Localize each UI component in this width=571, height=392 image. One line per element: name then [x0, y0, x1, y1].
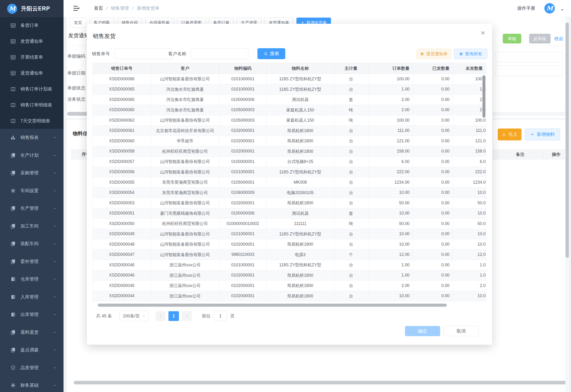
next-page-button[interactable] [182, 311, 192, 321]
order-no-input[interactable] [114, 48, 172, 59]
sidebar-item-7天交货明细表[interactable]: 7天交货明细表 [0, 113, 63, 129]
table-row[interactable]: XSDD000055东莞市星瀚商贸有限公司0105000001MK008台123… [93, 177, 486, 188]
sidebar-item-退货通知单[interactable]: 退货通知单 [0, 65, 63, 81]
page-vscrollbar-thumb[interactable] [566, 23, 569, 258]
sidebar-item-盘点调拨[interactable]: 盘点调拨 [0, 341, 63, 359]
breadcrumb-home[interactable]: 首页 [94, 5, 103, 11]
table-row[interactable]: XSDD000054东莞市星瀚商贸有限公司0106000009电脑2026010… [93, 188, 486, 198]
total-count: 共 45 条 [96, 313, 112, 319]
table-cell: 0100000001 [219, 156, 267, 167]
docs-icon [10, 223, 16, 229]
caret-down-icon[interactable] [560, 8, 564, 12]
goto-page-input[interactable] [214, 311, 227, 321]
table-row[interactable]: XSDD000061北京都市花语科技开发有限公司0102000001简易机柜18… [93, 126, 486, 136]
sidebar-item-生产计划[interactable]: 生产计划 [0, 147, 63, 164]
table-cell: 0.00 [413, 74, 453, 84]
sidebar-item-入库管理[interactable]: 入库管理 [0, 288, 63, 306]
table-cell: 9980110003 [219, 250, 267, 260]
sidebar-item-委外管理[interactable]: 委外管理 [0, 253, 63, 271]
table-row[interactable]: XSDD000044浙江温州xxx公司0102000001简易机柜1800台10… [93, 291, 486, 301]
search-button[interactable]: 搜索 [257, 48, 285, 59]
table-cell: 台 [334, 177, 368, 187]
table-cell: 台 [334, 74, 368, 84]
table-row[interactable]: XSDD000046浙江温州xxx公司0101000001118S ZY型纸杯机… [93, 260, 486, 270]
table-row[interactable]: XSDD000046浙江温州xxx公司0102000001简易机柜1800台1.… [93, 270, 486, 281]
table-row[interactable]: XSDD000045浙江温州xxx公司0102000001简易机柜1800台2.… [93, 280, 486, 291]
sidebar-item-销售报表[interactable]: 销售报表 [0, 129, 63, 147]
table-cell: XSDD000065 [93, 105, 151, 115]
table-cell: 北京都市花语科技开发有限公司 [151, 126, 219, 136]
chevron-down-icon [53, 171, 57, 175]
add-material-button[interactable]: 新增物料 [525, 128, 560, 140]
sidebar-item-品质管理[interactable]: 品质管理 [0, 359, 63, 377]
sidebar-item-出库管理[interactable]: 出库管理 [0, 306, 63, 323]
sidebar-item-发货通知单[interactable]: 发货通知单 [0, 33, 63, 49]
table-row[interactable]: XSDD000066山河智能装备股份有限公司0101000001118S ZY型… [93, 74, 486, 84]
avatar[interactable]: M [544, 3, 555, 14]
collapse-sidebar-icon[interactable] [73, 5, 80, 12]
sidebar-item-采购管理[interactable]: 采购管理 [0, 164, 63, 182]
table-hscrollbar-thumb[interactable] [98, 304, 447, 307]
sidebar-item-仓库管理[interactable]: 仓库管理 [0, 270, 63, 288]
page-hscrollbar-thumb[interactable] [74, 381, 569, 384]
import-button[interactable]: 引入 [498, 128, 522, 140]
table-cell: XSDD000044 [93, 291, 151, 301]
table-cell: 10.00 [368, 229, 413, 239]
table-row[interactable]: XSDD000057山河智能装备股份有限公司0100000001台式电脑8+25… [93, 156, 486, 167]
sidebar-item-开票结算单[interactable]: 开票结算单 [0, 49, 63, 65]
collapse-link[interactable]: 收起 [554, 36, 563, 42]
breadcrumb-separator: / [106, 6, 107, 11]
bg-input-field[interactable] [496, 66, 563, 76]
sidebar-item-装配车间[interactable]: 装配车间 [0, 235, 63, 253]
table-cell: 山河智能装备股份有限公司 [151, 198, 219, 208]
return-notice-button[interactable]: 退货通知单 [417, 49, 451, 59]
sidebar-item-加工车间[interactable]: 加工车间 [0, 217, 63, 235]
sidebar-item-车间设置[interactable]: 车间设置 [0, 182, 63, 200]
table-cell: 0.00 [413, 250, 453, 260]
table-row[interactable]: XSDD000048山河智能装备股份有限公司0102000001简易机柜1800… [93, 239, 486, 250]
table-cell: 50.0 [453, 198, 486, 208]
sidebar-item-销售订单计划表[interactable]: 销售订单计划表 [0, 81, 63, 97]
customer-input[interactable] [191, 48, 248, 59]
table-row[interactable]: XSDD000047山河智能装备股份有限公司9980110003电源3个12.0… [93, 250, 486, 260]
sidebar-item-财务基础[interactable]: 财务基础 [0, 377, 63, 392]
manual-link[interactable]: 操作手册 [517, 5, 535, 11]
page-number-active[interactable]: 1 [168, 311, 179, 321]
table-row[interactable]: XSDD000065河北衡水市红旗商厦0105000003家庭机器人150吨2.… [93, 105, 486, 115]
table-cell: 套 [334, 95, 368, 105]
unaudit-button[interactable]: 反审核 [529, 34, 551, 43]
table-cell: 简易机柜1800 [267, 280, 334, 291]
table-cell: 华孚超市 [151, 136, 219, 146]
table-row[interactable]: XSDD000062山河智能装备股份有限公司0105000003家庭机器人150… [93, 115, 486, 126]
table-row[interactable]: XSDD000065河北衡水市红旗商厦0101000001118S ZY型纸杯机… [93, 84, 486, 95]
table-cell: 简易机柜1800 [267, 198, 334, 208]
table-row[interactable]: XSDD000050杭州旺旺旺商贸有限公司0100000001000211111… [93, 219, 486, 229]
bg-input-field[interactable] [496, 52, 563, 62]
table-cell: 100.00 [368, 74, 413, 84]
column-header-主计量: 主计量 [334, 63, 368, 74]
erp-app: M 升阳云ERP 备货订单 发货通知单 开票结算单 退货通知单 销售订单计划表 … [0, 0, 571, 392]
table-row[interactable]: XSDD000049山河智能装备股份有限公司0101000001118S ZY型… [93, 229, 486, 239]
table-row[interactable]: XSDD000051厦门市黑眼睛服饰有限公司0100000006测试机器套10.… [93, 208, 486, 219]
table-row[interactable]: XSDD000065河北衡水市红旗商厦0100000006测试机器套2.000.… [93, 95, 486, 105]
table-vscrollbar-thumb[interactable] [482, 75, 485, 118]
close-icon[interactable]: × [481, 29, 485, 37]
table-row[interactable]: XSDD000056山河智能装备股份有限公司0101000001118S ZY型… [93, 167, 486, 178]
table-cell: 0.00 [413, 229, 453, 239]
sidebar-item-备货订单[interactable]: 备货订单 [0, 17, 63, 33]
table-cell: 0102000001 [219, 280, 267, 291]
table-row[interactable]: XSDD000058杭州旺旺旺商贸有限公司0102000001简易机柜1800台… [93, 146, 486, 157]
sidebar-item-生产管理[interactable]: 生产管理 [0, 200, 63, 217]
prev-page-button[interactable] [156, 311, 165, 321]
table-row[interactable]: XSDD000060华孚超市0102000001简易机柜1800台121.000… [93, 136, 486, 146]
table-row[interactable]: XSDD000053山河智能装备股份有限公司0102000001简易机柜1800… [93, 198, 486, 208]
audit-button[interactable]: 审核 [503, 34, 521, 43]
query-all-button[interactable]: 查询所有 [454, 49, 487, 59]
sidebar-item-销售订单明细表[interactable]: 销售订单明细表 [0, 97, 63, 113]
confirm-button[interactable]: 确定 [405, 326, 440, 336]
page-size-select[interactable]: 100条/页 [120, 311, 149, 321]
cancel-button[interactable]: 取消 [443, 326, 479, 336]
sidebar-item-退料退货[interactable]: 退料退货 [0, 323, 63, 341]
tab-首页[interactable]: 首页 [70, 18, 86, 28]
table-cell: 111.00 [368, 126, 413, 136]
